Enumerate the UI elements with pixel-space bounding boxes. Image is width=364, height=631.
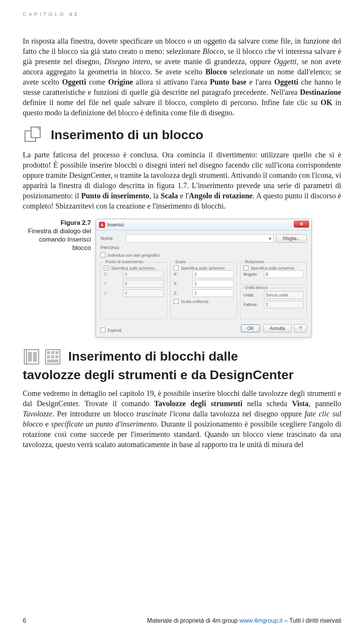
paragraph-2: La parte faticosa del processo è conclus… xyxy=(23,150,341,211)
help-button[interactable]: ? xyxy=(294,324,307,333)
nome-label: Nome: xyxy=(100,236,123,241)
scale-uniform-check[interactable]: Scala uniforme xyxy=(174,299,234,304)
geodata-check[interactable]: Individua con dati geografici xyxy=(100,253,307,257)
svg-rect-10 xyxy=(55,351,58,354)
insert-dialog: A Inserisci ✕ Nome: Sfoglia... Percorso:… xyxy=(96,219,312,337)
section-1-title: Inserimento di un blocco xyxy=(51,127,203,142)
svg-rect-12 xyxy=(51,355,54,358)
rot-specify-check[interactable]: Specifica sullo schermo xyxy=(243,265,303,270)
esplodi-check[interactable]: Esplodi xyxy=(100,328,121,333)
app-icon: A xyxy=(99,222,105,228)
section-1-header: Inserimento di un blocco xyxy=(23,125,341,144)
svg-rect-13 xyxy=(55,355,58,358)
checkbox-icon: ✓ xyxy=(104,265,109,270)
x-input[interactable]: 0 xyxy=(123,270,164,278)
chapter-header: CAPITOLO 02 xyxy=(23,11,341,17)
paragraph-3: Come vedremo in dettaglio nel capitolo 1… xyxy=(23,388,341,450)
checkbox-icon xyxy=(100,253,105,257)
checkbox-icon xyxy=(174,265,179,270)
paragraph-1: In risposta alla finestra, dovete specif… xyxy=(23,36,341,118)
figure-caption: Figura 2.7 Finestra di dialogo del coman… xyxy=(23,219,91,252)
sz-input[interactable]: 1 xyxy=(193,289,234,297)
units-legend: Unità blocco xyxy=(243,285,270,290)
insert-specify-check[interactable]: ✓ Specifica sullo schermo xyxy=(104,265,164,270)
footer-text: Materiale di proprietà di 4m group www.4… xyxy=(147,617,341,624)
insert-point-legend: Punto di inserimento xyxy=(104,259,145,264)
sx-input[interactable]: 1 xyxy=(193,270,234,278)
z-input[interactable]: 0 xyxy=(123,289,164,297)
palette-icon xyxy=(23,348,40,366)
page-number: 6 xyxy=(23,617,26,624)
svg-rect-11 xyxy=(47,355,50,358)
nome-combo[interactable] xyxy=(126,234,274,243)
section-2-icons xyxy=(23,348,61,366)
rotation-legend: Rotazione xyxy=(243,259,265,264)
ok-button[interactable]: OK xyxy=(241,324,260,333)
insert-block-icon xyxy=(23,125,44,144)
chapter-number: 02 xyxy=(69,11,79,17)
factor-input: 1 xyxy=(264,301,303,308)
angle-input[interactable]: 0 xyxy=(264,270,303,278)
svg-rect-8 xyxy=(47,351,50,354)
scale-specify-check[interactable]: Specifica sullo schermo xyxy=(174,265,234,270)
cancel-button[interactable]: Annulla xyxy=(263,324,291,333)
designcenter-icon xyxy=(44,348,61,366)
figure-block: Figura 2.7 Finestra di dialogo del coman… xyxy=(23,219,341,337)
close-icon[interactable]: ✕ xyxy=(294,221,309,228)
dialog-titlebar: A Inserisci ✕ xyxy=(96,219,311,231)
svg-rect-9 xyxy=(51,351,54,354)
y-input[interactable]: 0 xyxy=(123,280,164,287)
svg-rect-14 xyxy=(47,359,58,363)
sy-input[interactable]: 1 xyxy=(193,280,234,287)
units-input: Senza unità xyxy=(264,291,303,299)
section-2-title-line2: tavolozze degli strumenti e da DesignCen… xyxy=(23,367,341,382)
section-2-header: Inserimento di blocchi dalle xyxy=(23,348,341,366)
checkbox-icon xyxy=(100,328,105,333)
svg-rect-5 xyxy=(28,352,32,362)
figure-text: Finestra di dialogo del comando Inserisc… xyxy=(28,228,91,251)
checkbox-icon xyxy=(174,299,179,304)
sfoglia-button[interactable]: Sfoglia... xyxy=(276,234,307,243)
svg-rect-6 xyxy=(33,352,37,362)
footer-link[interactable]: www.4mgroup.it xyxy=(239,617,282,624)
chapter-label: CAPITOLO xyxy=(23,11,66,17)
section-2-title-line1: Inserimento di blocchi dalle xyxy=(68,349,238,363)
scale-legend: Scala xyxy=(174,259,187,264)
dialog-title: Inserisci xyxy=(107,222,124,228)
percorso-label: Percorso: xyxy=(100,245,123,250)
page-footer: 6 Materiale di proprietà di 4m group www… xyxy=(23,617,341,624)
figure-number: Figura 2.7 xyxy=(61,219,91,226)
checkbox-icon xyxy=(243,265,248,270)
